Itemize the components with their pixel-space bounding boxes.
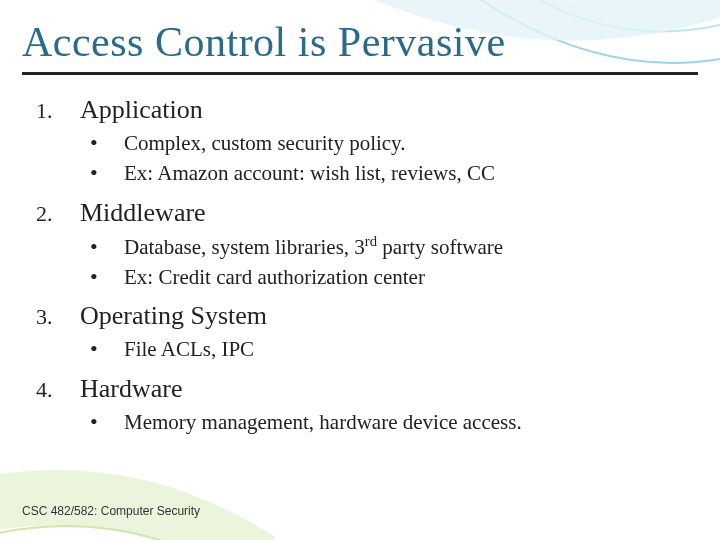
sub-item: • Memory management, hardware device acc… <box>90 408 690 436</box>
sub-text: Memory management, hardware device acces… <box>124 408 522 436</box>
bullet-icon: • <box>90 132 124 154</box>
item-number: 1. <box>30 98 80 124</box>
sub-item: • Complex, custom security policy. <box>90 129 690 157</box>
sub-text: Database, system libraries, 3rd party so… <box>124 232 503 261</box>
sub-text: Ex: Amazon account: wish list, reviews, … <box>124 159 495 187</box>
bullet-icon: • <box>90 162 124 184</box>
sub-text: File ACLs, IPC <box>124 335 254 363</box>
content-area: 1. Application • Complex, custom securit… <box>30 95 690 446</box>
item-number: 2. <box>30 201 80 227</box>
bullet-icon: • <box>90 411 124 433</box>
sub-item: • Ex: Amazon account: wish list, reviews… <box>90 159 690 187</box>
sub-item: • Ex: Credit card authorization center <box>90 263 690 291</box>
item-heading: Middleware <box>80 198 206 228</box>
bullet-icon: • <box>90 266 124 288</box>
list-item: 2. Middleware • Database, system librari… <box>30 198 690 292</box>
list-item: 3. Operating System • File ACLs, IPC <box>30 301 690 363</box>
slide-title: Access Control is Pervasive <box>22 18 698 75</box>
slide: { "title": "Access Control is Pervasive"… <box>0 0 720 540</box>
sub-text: Complex, custom security policy. <box>124 129 406 157</box>
item-heading: Operating System <box>80 301 267 331</box>
sub-item: • File ACLs, IPC <box>90 335 690 363</box>
bullet-icon: • <box>90 338 124 360</box>
bullet-icon: • <box>90 236 124 258</box>
footer-text: CSC 482/582: Computer Security <box>22 504 200 518</box>
list-item: 1. Application • Complex, custom securit… <box>30 95 690 188</box>
item-heading: Hardware <box>80 374 183 404</box>
sub-item: • Database, system libraries, 3rd party … <box>90 232 690 261</box>
sub-text: Ex: Credit card authorization center <box>124 263 425 291</box>
item-number: 4. <box>30 377 80 403</box>
list-item: 4. Hardware • Memory management, hardwar… <box>30 374 690 436</box>
item-number: 3. <box>30 304 80 330</box>
item-heading: Application <box>80 95 203 125</box>
